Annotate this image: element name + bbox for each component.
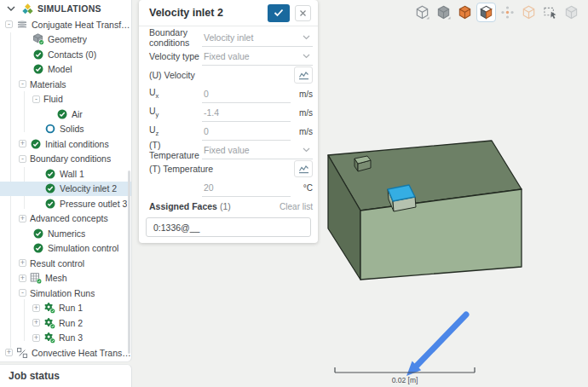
tree-item-run-1[interactable]: +Run 1 <box>0 301 131 316</box>
chart-icon <box>298 165 309 174</box>
simulation-tree: -Conjugate Heat Transfer v2.0GeometryCon… <box>0 17 131 361</box>
check-icon <box>30 138 42 150</box>
velocity-type-select[interactable]: Fixed value <box>202 47 313 66</box>
tree-item-run-3[interactable]: +Run 3 <box>0 331 131 346</box>
field-label: (T) Temperature <box>149 164 294 174</box>
tree-item-label: Simulation Runs <box>30 288 95 298</box>
tree-item-velocity-inlet-2[interactable]: Velocity inlet 2 <box>0 182 131 197</box>
velocity-direction-arrow <box>406 315 466 376</box>
tree-item-fluid[interactable]: -Fluid <box>0 92 131 107</box>
gear-icon <box>43 302 55 314</box>
tree-item-materials[interactable]: -Materials <box>0 77 131 92</box>
unit-label: m/s <box>291 90 313 99</box>
tree-item-air[interactable]: Air <box>0 107 131 122</box>
box-select-button[interactable] <box>540 3 560 22</box>
gear-icon <box>43 317 55 329</box>
job-status-bar[interactable]: Job status <box>0 364 132 387</box>
tree-expander[interactable]: + <box>19 259 26 267</box>
tree-item-convective-heat-transfer-2[interactable]: +Convective Heat Transfer 2 <box>0 345 131 361</box>
simulations-header[interactable]: SIMULATIONS <box>0 0 131 17</box>
field-label-text: U <box>149 124 156 135</box>
field-label: Velocity type <box>149 51 202 61</box>
assigned-faces-input[interactable]: 0:1336@__ <box>146 217 311 237</box>
tree-item-pressure-outlet-3[interactable]: Pressure outlet 3 <box>0 196 131 211</box>
tree-item-initial-conditions[interactable]: +Initial conditions <box>0 136 131 152</box>
tree-expander[interactable]: - <box>19 80 26 88</box>
tree-item-conjugate-heat-transfer-v2-0[interactable]: -Conjugate Heat Transfer v2.0 <box>0 17 131 32</box>
solid-surfaces-view-button[interactable] <box>476 3 496 22</box>
wireframe-view-icon <box>415 5 429 20</box>
scale-bar-line <box>335 367 475 373</box>
tree-item-run-2[interactable]: +Run 2 <box>0 315 131 331</box>
u-z-input[interactable]: 0 <box>202 122 291 141</box>
tree-item-solids[interactable]: Solids <box>0 122 131 137</box>
wireframe-view-button[interactable] <box>412 3 432 22</box>
t-temperature-select[interactable]: Fixed value <box>202 141 313 159</box>
u-x-input[interactable]: 0 <box>202 84 291 103</box>
tree-expander[interactable]: + <box>19 140 26 147</box>
chart-icon <box>298 71 309 80</box>
tree-item-simulation-runs[interactable]: -Simulation Runs <box>0 286 131 301</box>
u-y-input[interactable]: -1.4 <box>202 103 291 122</box>
chevron-down-icon[interactable] <box>5 3 17 14</box>
apply-button[interactable] <box>268 4 290 22</box>
boundary-conditions-select[interactable]: Velocity inlet <box>202 28 313 47</box>
edges-view-icon <box>522 5 536 20</box>
tree-expander[interactable]: + <box>32 334 40 342</box>
tree-expander[interactable]: - <box>5 20 13 28</box>
tree-expander[interactable]: - <box>32 95 40 103</box>
mesh-icon <box>30 272 42 284</box>
unit-label: m/s <box>291 108 313 118</box>
tree-expander[interactable]: + <box>32 319 40 326</box>
tree-item-numerics[interactable]: Numerics <box>0 226 131 241</box>
value-input[interactable]: 20 <box>202 178 291 197</box>
hidden-geometry-button[interactable] <box>562 3 581 22</box>
assigned-faces-label: Assigned Faces <box>149 201 217 211</box>
tree-item-label: Boundary conditions <box>30 153 111 164</box>
tree-item-simulation-control[interactable]: Simulation control <box>0 241 131 257</box>
solid-view-icon <box>436 5 451 20</box>
solid-surfaces-view-icon <box>479 5 493 20</box>
tree-item-label: Result control <box>30 258 84 269</box>
tree-expander[interactable]: + <box>19 215 26 222</box>
tree-item-advanced-concepts[interactable]: +Advanced concepts <box>0 211 131 227</box>
tree-item-result-control[interactable]: +Result control <box>0 256 131 271</box>
solid-view-button[interactable] <box>434 3 453 22</box>
select-value: Fixed value <box>202 145 303 155</box>
tree-expander[interactable]: + <box>32 304 40 312</box>
clear-list-link[interactable]: Clear list <box>280 202 313 211</box>
field-row-boundary-conditions: Boundary conditionsVelocity inlet <box>139 28 318 47</box>
scale-bar-label: 0.02 [m] <box>392 376 418 384</box>
sidebar-scrollbar[interactable] <box>128 170 130 354</box>
tree-item-label: Conjugate Heat Transfer v2.0 <box>32 20 131 30</box>
simulation-tree-panel: SIMULATIONS -Conjugate Heat Transfer v2.… <box>0 0 132 362</box>
field-label: Boundary conditions <box>149 27 202 48</box>
surfaces-view-icon <box>458 5 472 20</box>
tree-item-wall-1[interactable]: Wall 1 <box>0 166 131 182</box>
tree-item-label: Model <box>48 64 72 74</box>
inlet-box[interactable] <box>388 185 416 211</box>
field-label-subscript: y <box>156 112 159 119</box>
surfaces-view-button[interactable] <box>455 3 475 22</box>
field-row-t-temperature: (T) Temperature <box>139 159 318 178</box>
tree-item-model[interactable]: Model <box>0 62 131 78</box>
chevron-down-icon <box>303 147 310 153</box>
tree-expander[interactable]: + <box>5 349 13 356</box>
table-input-button[interactable] <box>294 160 313 177</box>
edges-view-button[interactable] <box>519 3 539 22</box>
close-button[interactable] <box>295 5 311 21</box>
field-row-20: 20°C <box>139 178 318 197</box>
tree-expander[interactable]: - <box>19 155 26 163</box>
field-label-subscript: x <box>156 93 159 101</box>
gear-icon <box>43 332 55 344</box>
3d-model[interactable] <box>328 141 522 280</box>
tree-item-boundary-conditions[interactable]: -Boundary conditions <box>0 152 131 167</box>
check-icon <box>32 49 44 61</box>
tree-item-mesh[interactable]: +Mesh <box>0 271 131 286</box>
tree-item-contacts-0[interactable]: Contacts (0) <box>0 47 131 62</box>
tree-expander[interactable]: + <box>19 274 26 282</box>
vertices-view-button[interactable] <box>498 3 517 22</box>
tree-item-geometry[interactable]: Geometry <box>0 32 131 48</box>
tree-expander[interactable]: - <box>19 289 26 297</box>
table-input-button[interactable] <box>294 66 313 84</box>
